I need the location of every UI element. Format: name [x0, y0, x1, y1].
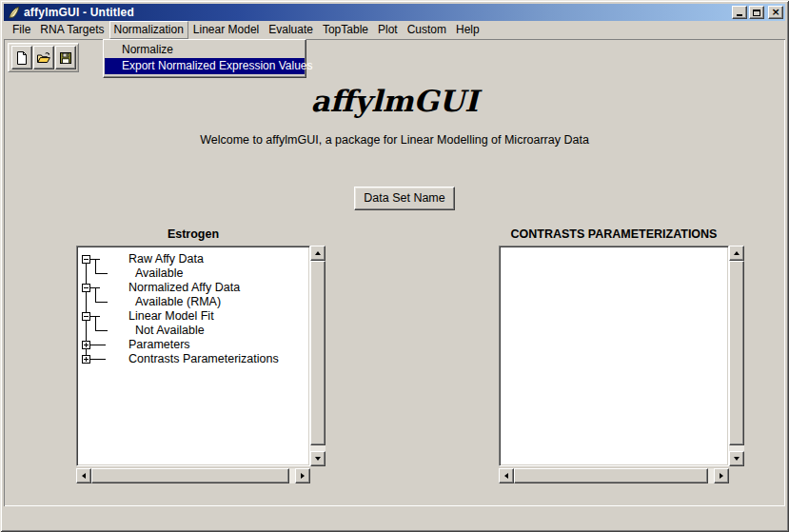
tree-toggle-parameters[interactable]	[82, 341, 90, 349]
status-tree: Raw Affy Data Available Normalized Affy …	[79, 248, 307, 463]
new-file-button[interactable]	[11, 46, 32, 69]
scroll-right-button[interactable]	[295, 468, 310, 483]
arrow-down-icon	[315, 457, 321, 461]
tree-elbow-line	[95, 273, 108, 274]
menu-item-linear-model[interactable]: Linear Model	[188, 21, 264, 39]
arrow-up-icon	[734, 251, 740, 255]
scroll-down-button[interactable]	[729, 451, 744, 466]
menu-item-rna-targets[interactable]: RNA Targets	[35, 21, 108, 39]
new-file-icon	[14, 50, 30, 66]
arrow-left-icon	[504, 473, 508, 479]
right-horizontal-scrollbar[interactable]	[499, 468, 729, 483]
menu-item-evaluate[interactable]: Evaluate	[264, 21, 318, 39]
arrow-down-icon	[734, 457, 740, 461]
maximize-icon	[753, 10, 760, 16]
menu-option-export-normalized-expression-values[interactable]: Export Normalized Expression Values	[105, 58, 305, 74]
close-icon: ×	[771, 8, 779, 17]
normalization-dropdown-menu: Normalize Export Normalized Expression V…	[103, 39, 306, 78]
minimize-icon	[737, 14, 742, 16]
minimize-button[interactable]	[732, 6, 747, 19]
tree-item-raw-affy-data[interactable]: Raw Affy Data	[128, 252, 204, 266]
scroll-left-button[interactable]	[76, 468, 91, 483]
open-file-icon	[36, 50, 51, 66]
menu-item-help[interactable]: Help	[451, 21, 484, 39]
open-file-button[interactable]	[33, 46, 54, 69]
tree-toggle-raw-affy-data[interactable]	[82, 255, 90, 264]
left-vertical-scrollbar[interactable]	[310, 246, 325, 466]
right-panel-heading: CONTRASTS PARAMETERIZATIONS	[499, 227, 729, 242]
tree-item-raw-available[interactable]: Available	[135, 266, 184, 281]
tree-branch-line	[90, 345, 106, 345]
app-window: affylmGUI - Untitled × File RNA Targets …	[0, 0, 789, 532]
menu-option-normalize[interactable]: Normalize	[105, 42, 305, 58]
menu-item-file[interactable]: File	[8, 21, 35, 39]
data-set-name-button[interactable]: Data Set Name	[354, 187, 455, 210]
horizontal-scroll-thumb[interactable]	[91, 468, 289, 483]
save-file-icon	[58, 50, 73, 66]
toolbar	[8, 43, 79, 72]
horizontal-scroll-thumb[interactable]	[514, 468, 708, 483]
arrow-up-icon	[315, 251, 321, 255]
scroll-down-button[interactable]	[310, 451, 325, 466]
right-vertical-scrollbar[interactable]	[729, 246, 744, 466]
content-area: affylmGUI Welcome to affylmGUI, a packag…	[4, 39, 785, 506]
arrow-right-icon	[301, 473, 305, 479]
left-panel-heading: Estrogen	[76, 227, 310, 242]
tree-item-normalized-affy-data[interactable]: Normalized Affy Data	[128, 281, 240, 295]
tree-elbow-line	[95, 330, 108, 331]
title-bar[interactable]: affylmGUI - Untitled ×	[4, 4, 785, 21]
maximize-button[interactable]	[749, 6, 764, 19]
arrow-right-icon	[720, 473, 723, 479]
close-button[interactable]: ×	[768, 6, 783, 19]
save-file-button[interactable]	[55, 46, 76, 69]
arrow-left-icon	[82, 473, 86, 479]
tree-item-linear-model-fit[interactable]: Linear Model Fit	[128, 309, 214, 324]
menu-item-normalization[interactable]: Normalization	[109, 21, 188, 39]
tree-item-parameters[interactable]: Parameters	[128, 338, 190, 352]
vertical-scroll-thumb[interactable]	[729, 261, 744, 445]
menu-item-plot[interactable]: Plot	[373, 21, 403, 39]
left-horizontal-scrollbar[interactable]	[76, 468, 310, 483]
tree-elbow-line	[95, 302, 108, 303]
status-tree-listbox[interactable]: Raw Affy Data Available Normalized Affy …	[76, 246, 310, 466]
menu-item-toptable[interactable]: TopTable	[318, 21, 373, 39]
tree-item-fit-not-available[interactable]: Not Available	[135, 324, 205, 338]
contrasts-listbox[interactable]	[499, 246, 729, 466]
tree-toggle-contrasts-parameterizations[interactable]	[82, 355, 90, 364]
menu-item-custom[interactable]: Custom	[403, 21, 451, 39]
tree-toggle-linear-model-fit[interactable]	[82, 312, 90, 321]
menu-bar: File RNA Targets Normalization Linear Mo…	[4, 21, 785, 39]
tree-item-normalized-available[interactable]: Available (RMA)	[135, 295, 221, 309]
scroll-right-button[interactable]	[714, 468, 729, 483]
welcome-text: Welcome to affylmGUI, a package for Line…	[4, 133, 785, 147]
tk-feather-icon	[7, 6, 21, 20]
vertical-scroll-thumb[interactable]	[310, 261, 325, 445]
tree-item-contrasts-parameterizations[interactable]: Contrasts Parameterizations	[128, 352, 279, 366]
scroll-up-button[interactable]	[310, 246, 325, 261]
window-title: affylmGUI - Untitled	[24, 6, 732, 19]
scroll-left-button[interactable]	[499, 468, 514, 483]
tree-branch-line	[90, 359, 106, 360]
tree-toggle-normalized-affy-data[interactable]	[82, 284, 90, 292]
scroll-up-button[interactable]	[729, 246, 744, 261]
app-title: affylmGUI	[4, 84, 785, 118]
